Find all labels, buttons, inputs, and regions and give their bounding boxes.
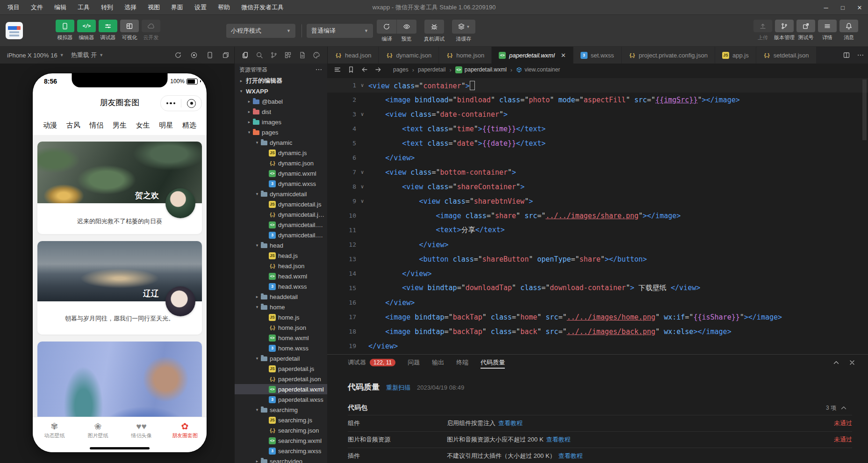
- menu-设置[interactable]: 设置: [189, 0, 212, 15]
- cloud-toggle-button[interactable]: 云开发: [140, 15, 162, 41]
- breadcrumb-item-pages[interactable]: pages: [393, 66, 409, 73]
- navigate-back-icon[interactable]: [361, 66, 368, 73]
- navigate-forward-icon[interactable]: [374, 66, 382, 73]
- tutorial-link[interactable]: 查看教程: [546, 435, 571, 444]
- editor-tab-paperdetail.wxml[interactable]: <>paperdetail.wxml✕: [492, 47, 573, 64]
- tree-item-searchimg.wxml[interactable]: <>searchimg.wxml: [235, 435, 327, 446]
- wallpaper-card[interactable]: 贺之欢迟来的阳光救不了枯萎的向日葵: [37, 142, 202, 234]
- category-tab-情侣[interactable]: 情侣: [89, 121, 103, 130]
- code-line-4[interactable]: 4 <text class="time">{{time}}</text>: [327, 121, 868, 136]
- fold-icon[interactable]: ∨: [356, 82, 368, 88]
- menu-项目[interactable]: 项目: [2, 0, 25, 15]
- tree-item-dynamicdetail.json[interactable]: {..}dynamicdetail.json: [235, 209, 327, 220]
- sliders-toggle-button[interactable]: 调试器: [97, 15, 119, 41]
- home-indicator[interactable]: [90, 447, 150, 449]
- bookmark-icon[interactable]: [347, 66, 355, 73]
- panel-tab-终端[interactable]: 终端: [456, 355, 468, 370]
- layout-toggle-button[interactable]: 可视化: [119, 15, 140, 41]
- menu-微信开发者工具[interactable]: 微信开发者工具: [236, 0, 289, 15]
- tree-item-pages[interactable]: ▾pages: [235, 127, 327, 137]
- menu-工具[interactable]: 工具: [72, 0, 95, 15]
- wallpaper-card[interactable]: 忻楚: [37, 342, 202, 417]
- menu-转到[interactable]: 转到: [95, 0, 119, 15]
- split-editor-icon[interactable]: [843, 51, 850, 59]
- menu-文件[interactable]: 文件: [25, 0, 49, 15]
- code-line-16[interactable]: 16 </view>: [327, 295, 868, 310]
- more-actions-icon[interactable]: [857, 51, 864, 59]
- category-tab-女生[interactable]: 女生: [136, 121, 150, 130]
- category-tab-古风[interactable]: 古风: [66, 121, 80, 130]
- tree-item-searchvideo[interactable]: ▸searchvideo: [235, 456, 327, 463]
- 上传-button[interactable]: 上传: [752, 15, 774, 41]
- category-tab-男生[interactable]: 男生: [113, 121, 127, 130]
- remote-debug-button[interactable]: [424, 20, 444, 34]
- avatar[interactable]: [165, 286, 195, 316]
- code-line-11[interactable]: 11 <text>分享</text>: [327, 223, 868, 237]
- collapse-section-icon[interactable]: [840, 404, 847, 412]
- tree-item-paperdetail.js[interactable]: JSpaperdetail.js: [235, 363, 327, 374]
- mode-select[interactable]: 小程序模式 ▼: [226, 24, 295, 38]
- tree-item-paperdetail[interactable]: ▾paperdetail: [235, 353, 327, 363]
- menu-界面[interactable]: 界面: [165, 0, 189, 15]
- editor-tab-head.json[interactable]: {..}head.json: [328, 47, 379, 64]
- code-line-2[interactable]: 2 <image bindload="bindload" class="phot…: [327, 93, 868, 107]
- maximize-button[interactable]: □: [834, 0, 851, 15]
- more-actions-icon[interactable]: [315, 66, 323, 73]
- code-toggle-button[interactable]: </>编辑器: [76, 15, 97, 41]
- breadcrumb-item-paperdetail[interactable]: paperdetail: [418, 66, 445, 73]
- close-tab-icon[interactable]: ✕: [561, 52, 566, 59]
- menu-帮助[interactable]: 帮助: [212, 0, 236, 15]
- code-line-9[interactable]: 9∨ <view class="sharebtnView">: [327, 194, 868, 208]
- breadcrumb-item-view.container[interactable]: view.container: [516, 66, 560, 73]
- editor-tab-home.json[interactable]: {..}home.json: [439, 47, 492, 64]
- tree-item-@babel[interactable]: ▸@babel: [235, 96, 327, 107]
- 版本管理-button[interactable]: 版本管理: [774, 15, 795, 41]
- editor-tab-set.wxss[interactable]: 3set.wxss: [574, 47, 622, 64]
- tree-item-dynamic.wxss[interactable]: 3dynamic.wxss: [235, 178, 327, 189]
- close-panel-icon[interactable]: [848, 359, 856, 366]
- tree-item-searchimg.wxss[interactable]: 3searchimg.wxss: [235, 446, 327, 456]
- code-line-19[interactable]: 19</view>: [327, 339, 868, 353]
- compile-button[interactable]: [377, 20, 396, 34]
- clear-cache-button[interactable]: ▼: [452, 20, 475, 34]
- wallpaper-card[interactable]: 辽辽朝暮与岁月同往，愿我们一同行至天光。: [37, 241, 202, 335]
- code-line-17[interactable]: 17 <image bindtap="backTap" class="home"…: [327, 310, 868, 324]
- rescan-link[interactable]: 重新扫描: [386, 384, 410, 392]
- tree-item-searchimg.json[interactable]: {..}searchimg.json: [235, 425, 327, 435]
- tree-item-head[interactable]: ▾head: [235, 240, 327, 250]
- stop-icon[interactable]: [190, 51, 198, 59]
- tree-item-dynamic.json[interactable]: {..}dynamic.json: [235, 158, 327, 168]
- tree-item-head.js[interactable]: JShead.js: [235, 250, 327, 261]
- panel-tab-调试器[interactable]: 调试器122, 11: [348, 355, 395, 370]
- tabbar-item-朋友圈套图[interactable]: ✿朋友圈套图: [163, 417, 207, 444]
- exit-miniapp-button[interactable]: [181, 99, 201, 108]
- code-line-18[interactable]: 18 <image bindtap="backTap" class="back"…: [327, 324, 868, 339]
- fold-icon[interactable]: ∨: [356, 169, 368, 175]
- code-line-5[interactable]: 5 <text class="date">{{date}}</text>: [327, 136, 868, 150]
- tabbar-item-情侣头像[interactable]: ♥♥情侣头像: [120, 417, 163, 444]
- tree-item-head.wxml[interactable]: <>head.wxml: [235, 271, 327, 281]
- tree-item-dynamicdetail[interactable]: ▾dynamicdetail: [235, 189, 327, 199]
- editor-scrollbar[interactable]: [862, 79, 867, 140]
- tree-item-searchimg[interactable]: ▾searchimg: [235, 405, 327, 415]
- tree-item-dist[interactable]: ▸dist: [235, 107, 327, 117]
- code-line-13[interactable]: 13 <button class="shareButton" openType=…: [327, 252, 868, 266]
- category-tab-动漫[interactable]: 动漫: [43, 121, 57, 130]
- tree-item-dynamic.js[interactable]: JSdynamic.js: [235, 148, 327, 158]
- code-editor[interactable]: 1∨<view class="container">2 <image bindl…: [327, 76, 868, 353]
- code-line-8[interactable]: 8∨ <view class="shareContainer">: [327, 179, 868, 194]
- appearance-icon[interactable]: [313, 51, 320, 59]
- phone-toggle-button[interactable]: 模拟器: [54, 15, 76, 41]
- close-button[interactable]: ✕: [851, 0, 868, 15]
- code-line-15[interactable]: 15 <view bindtap="downloadTap" class="do…: [327, 281, 868, 295]
- search-icon[interactable]: [256, 51, 263, 59]
- tree-item-searchimg.js[interactable]: JSsearchimg.js: [235, 415, 327, 425]
- panel-tab-问题[interactable]: 问题: [408, 355, 420, 370]
- collapse-panel-icon[interactable]: [832, 359, 840, 366]
- tabbar-item-动态壁纸[interactable]: ✾动态壁纸: [33, 417, 76, 444]
- code-line-7[interactable]: 7∨ <view class="bottom-container">: [327, 165, 868, 179]
- tree-item-WXAPP[interactable]: ▾WXAPP: [235, 86, 327, 96]
- avatar[interactable]: [165, 188, 195, 218]
- editor-tab-setdetail.json[interactable]: {..}setdetail.json: [756, 47, 817, 64]
- outline-list-icon[interactable]: [334, 66, 341, 73]
